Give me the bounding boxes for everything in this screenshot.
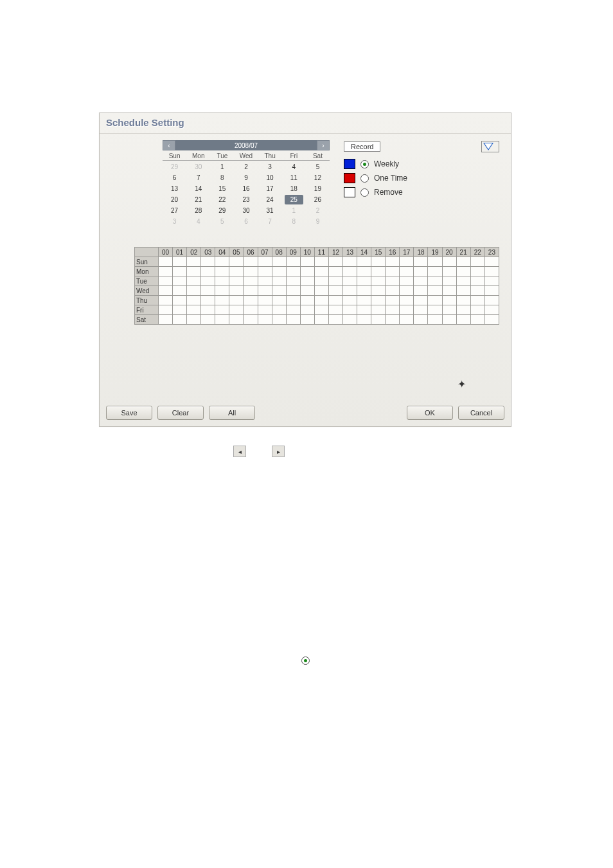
schedule-cell[interactable] [300,305,314,315]
schedule-cell[interactable] [442,257,456,267]
calendar-day-cell[interactable]: 22 [210,195,234,204]
option-onetime[interactable]: One Time [344,173,499,183]
schedule-cell[interactable] [286,315,300,325]
schedule-cell[interactable] [428,296,442,305]
calendar-day-cell[interactable]: 15 [210,184,234,194]
schedule-cell[interactable] [328,276,342,286]
schedule-cell[interactable] [470,267,484,276]
schedule-cell[interactable] [456,296,470,305]
schedule-cell[interactable] [456,286,470,296]
schedule-cell[interactable] [386,257,400,267]
schedule-cell[interactable] [328,267,342,276]
schedule-cell[interactable] [258,305,272,315]
calendar-day-cell[interactable]: 3 [258,162,282,172]
option-weekly[interactable]: Weekly [344,159,499,169]
schedule-cell[interactable] [357,267,371,276]
schedule-cell[interactable] [229,257,244,267]
schedule-cell[interactable] [201,257,215,267]
schedule-cell[interactable] [173,286,187,296]
schedule-cell[interactable] [428,315,442,325]
schedule-cell[interactable] [357,286,371,296]
schedule-cell[interactable] [159,296,173,305]
calendar-day-cell[interactable]: 1 [282,206,306,215]
schedule-cell[interactable] [442,267,456,276]
calendar-day-cell[interactable]: 1 [210,162,234,172]
ok-button[interactable]: OK [407,406,453,420]
schedule-cell[interactable] [159,315,173,325]
schedule-cell[interactable] [442,305,456,315]
schedule-cell[interactable] [470,257,484,267]
calendar-day-cell[interactable]: 26 [306,195,330,204]
calendar-day-cell[interactable]: 24 [258,195,282,204]
calendar-day-cell[interactable]: 10 [258,173,282,183]
schedule-cell[interactable] [272,286,286,296]
calendar-day-cell[interactable]: 3 [163,217,186,226]
schedule-cell[interactable] [187,296,201,305]
page-next-button[interactable]: ▸ [272,446,285,457]
schedule-cell[interactable] [286,267,300,276]
calendar-day-cell[interactable]: 8 [282,217,306,226]
schedule-cell[interactable] [286,257,300,267]
schedule-cell[interactable] [456,276,470,286]
schedule-cell[interactable] [371,276,386,286]
schedule-cell[interactable] [470,286,484,296]
schedule-cell[interactable] [272,257,286,267]
schedule-cell[interactable] [442,315,456,325]
schedule-cell[interactable] [314,267,328,276]
schedule-cell[interactable] [258,276,272,286]
schedule-cell[interactable] [484,315,499,325]
schedule-cell[interactable] [442,286,456,296]
schedule-cell[interactable] [286,296,300,305]
calendar-day-cell[interactable]: 6 [234,217,258,226]
schedule-cell[interactable] [428,305,442,315]
schedule-cell[interactable] [386,296,400,305]
schedule-cell[interactable] [328,257,342,267]
calendar-day-cell[interactable]: 11 [282,173,306,183]
schedule-cell[interactable] [484,267,499,276]
calendar-day-cell[interactable]: 29 [163,162,186,172]
schedule-cell[interactable] [187,257,201,267]
schedule-cell[interactable] [201,296,215,305]
schedule-cell[interactable] [215,315,229,325]
schedule-cell[interactable] [173,296,187,305]
schedule-cell[interactable] [400,296,414,305]
schedule-cell[interactable] [484,276,499,286]
schedule-cell[interactable] [442,296,456,305]
schedule-cell[interactable] [428,257,442,267]
schedule-cell[interactable] [371,257,386,267]
schedule-cell[interactable] [414,267,428,276]
schedule-cell[interactable] [428,267,442,276]
schedule-cell[interactable] [187,276,201,286]
all-button[interactable]: All [209,406,255,420]
schedule-cell[interactable] [258,257,272,267]
schedule-cell[interactable] [456,305,470,315]
schedule-cell[interactable] [386,315,400,325]
calendar-day-cell[interactable]: 7 [186,173,210,183]
calendar-day-cell[interactable]: 25 [285,195,303,204]
schedule-cell[interactable] [470,296,484,305]
schedule-cell[interactable] [400,267,414,276]
schedule-cell[interactable] [400,305,414,315]
radio-weekly[interactable] [360,160,369,168]
schedule-cell[interactable] [187,267,201,276]
schedule-cell[interactable] [442,276,456,286]
option-remove[interactable]: Remove [344,187,499,197]
schedule-cell[interactable] [371,315,386,325]
schedule-cell[interactable] [229,305,244,315]
schedule-cell[interactable] [215,257,229,267]
schedule-cell[interactable] [328,305,342,315]
schedule-cell[interactable] [414,257,428,267]
calendar-day-cell[interactable]: 2 [234,162,258,172]
schedule-cell[interactable] [229,286,244,296]
schedule-cell[interactable] [244,286,258,296]
schedule-cell[interactable] [371,305,386,315]
calendar-day-cell[interactable]: 30 [186,162,210,172]
schedule-cell[interactable] [215,276,229,286]
schedule-cell[interactable] [187,315,201,325]
calendar-day-cell[interactable]: 17 [258,184,282,194]
schedule-cell[interactable] [357,296,371,305]
schedule-cell[interactable] [343,315,357,325]
schedule-cell[interactable] [343,305,357,315]
schedule-cell[interactable] [159,257,173,267]
calendar-day-cell[interactable]: 9 [234,173,258,183]
